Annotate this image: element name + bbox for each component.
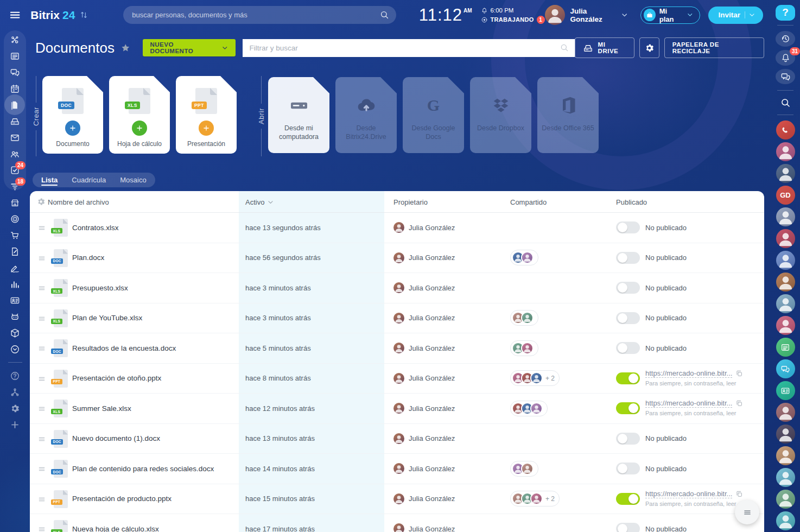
sidebar-item-market[interactable] (0, 194, 30, 211)
chat-avatar[interactable] (776, 316, 795, 335)
open-card[interactable]: Desde Office 365 (537, 77, 599, 153)
sidebar-item-add[interactable] (0, 416, 30, 433)
file-owner[interactable]: Julia González (393, 303, 455, 333)
file-name[interactable]: Contratos.xlsx (72, 213, 119, 243)
file-name[interactable]: Plan de YouTube.xlsx (72, 303, 142, 333)
table-row[interactable]: XLSPlan de YouTube.xlsxhace 3 minutos at… (30, 303, 764, 334)
chat-avatar[interactable] (776, 229, 795, 248)
sidebar-item-feed[interactable] (0, 48, 30, 64)
chat-avatar[interactable] (776, 251, 795, 270)
drag-handle-icon[interactable] (37, 465, 46, 473)
notifications-button[interactable]: 31 (776, 50, 795, 66)
help-button[interactable]: ? (776, 5, 795, 21)
sidebar-item-e-sign[interactable] (0, 259, 30, 276)
chat-avatar[interactable] (776, 381, 795, 400)
global-search-input[interactable] (123, 6, 396, 24)
file-owner[interactable]: Julia González (393, 484, 455, 514)
sidebar-item-contact-center[interactable] (0, 292, 30, 308)
sidebar-item-store[interactable] (0, 227, 30, 243)
drag-handle-icon[interactable] (37, 344, 46, 353)
sidebar-item-knowledge[interactable] (0, 325, 30, 341)
file-owner[interactable]: Julia González (393, 424, 455, 454)
drag-handle-icon[interactable] (37, 435, 46, 444)
chat-avatar[interactable] (776, 403, 795, 422)
publish-toggle[interactable] (616, 433, 640, 445)
open-card[interactable]: Desde Dropbox (470, 77, 531, 153)
open-card[interactable]: Desde mi computadora (268, 77, 329, 153)
column-header[interactable]: Activo (245, 191, 274, 213)
create-card-xls[interactable]: XLSHoja de cálculo (109, 76, 170, 154)
bitrix24-logo[interactable]: Bitrix 24 (30, 9, 88, 22)
drag-handle-icon[interactable] (37, 525, 46, 532)
publish-toggle[interactable] (616, 221, 640, 233)
drag-handle-icon[interactable] (37, 375, 46, 383)
file-name[interactable]: Presentación de producto.pptx (72, 484, 172, 514)
file-owner[interactable]: Julia González (393, 454, 455, 484)
sidebar-item-messenger[interactable] (0, 64, 30, 80)
tab-mosaico[interactable]: Mosaico (120, 173, 146, 187)
sidebar-item-sign[interactable] (0, 243, 30, 259)
publish-toggle[interactable] (616, 463, 640, 474)
drag-handle-icon[interactable] (37, 404, 46, 413)
shared-users-pill[interactable] (510, 310, 538, 326)
chat-avatar[interactable] (776, 121, 795, 140)
sidebar-item-teams[interactable] (0, 145, 30, 162)
chat-avatar[interactable] (776, 294, 795, 313)
table-row[interactable]: XLSNueva hoja de cálculo.xlsxhace 17 min… (30, 514, 764, 532)
drag-handle-icon[interactable] (37, 284, 46, 293)
sidebar-item-settings[interactable] (0, 400, 30, 416)
published-link[interactable]: https://mercado-online.bitr... (645, 490, 732, 498)
file-name[interactable]: Presupuesto.xlsx (72, 273, 128, 303)
sidebar-item-ai[interactable] (0, 308, 30, 325)
file-name[interactable]: Nueva hoja de cálculo.xlsx (72, 514, 159, 532)
publish-toggle[interactable] (616, 252, 640, 264)
chat-avatar[interactable] (776, 468, 795, 487)
table-row[interactable]: PPTPresentación de otoño.pptxhace 8 minu… (30, 364, 764, 394)
shared-users-pill[interactable]: + 2 (510, 370, 560, 386)
new-document-button[interactable]: NUEVO DOCUMENTO (143, 39, 235, 56)
hamburger-menu-icon[interactable] (9, 9, 21, 22)
table-row[interactable]: DOCPlan.docxhace 56 segundos atrásJulia … (30, 243, 764, 274)
chat-avatar[interactable] (776, 142, 795, 161)
drag-handle-icon[interactable] (37, 314, 46, 323)
sidebar-item-documents[interactable] (0, 97, 30, 113)
publish-toggle[interactable] (616, 342, 640, 354)
file-owner[interactable]: Julia González (393, 364, 455, 394)
file-name[interactable]: Resultados de la encuesta.docx (72, 333, 176, 363)
sidebar-item-mail[interactable] (0, 129, 30, 145)
filter-search-input[interactable] (243, 39, 575, 57)
open-card[interactable]: GDesde Google Docs (403, 77, 464, 153)
search-icon[interactable] (379, 10, 390, 20)
publish-toggle[interactable] (616, 402, 640, 414)
search-button[interactable] (776, 96, 795, 109)
shared-users-pill[interactable] (510, 461, 538, 477)
published-link[interactable]: https://mercado-online.bitr... (645, 369, 732, 378)
file-owner[interactable]: Julia González (393, 243, 455, 273)
open-card[interactable]: Desde Bitrix24.Drive (335, 77, 397, 153)
publish-toggle[interactable] (616, 282, 640, 294)
publish-toggle[interactable] (616, 493, 640, 505)
tab-lista[interactable]: Lista (41, 173, 58, 187)
tab-cuadrícula[interactable]: Cuadrícula (72, 173, 106, 187)
shared-users-pill[interactable] (510, 250, 538, 265)
file-name[interactable]: Plan de contenido para redes sociales.do… (72, 454, 214, 484)
table-row[interactable]: XLSSummer Sale.xlsxhace 12 minutos atrás… (30, 394, 764, 424)
publish-toggle[interactable] (616, 372, 640, 384)
chat-avatar[interactable] (776, 207, 795, 226)
file-name[interactable]: Plan.docx (72, 243, 104, 273)
column-header[interactable]: Nombre del archivo (48, 191, 109, 213)
user-menu[interactable]: Julia González (545, 5, 628, 25)
drag-handle-icon[interactable] (37, 224, 46, 232)
copy-icon[interactable] (735, 400, 743, 407)
favorite-star-icon[interactable] (120, 43, 131, 53)
copy-icon[interactable] (735, 490, 743, 498)
chat-avatar[interactable] (776, 164, 795, 183)
chat-avatar[interactable] (776, 490, 795, 509)
copy-icon[interactable] (735, 370, 743, 377)
recycle-bin-button[interactable]: PAPELERA DE RECICLAJE (664, 37, 764, 58)
search-icon[interactable] (560, 43, 569, 53)
file-owner[interactable]: Julia González (393, 213, 455, 243)
publish-toggle[interactable] (616, 312, 640, 324)
sidebar-item-tasks[interactable]: 24 (0, 162, 30, 178)
column-header[interactable]: Publicado (616, 191, 647, 213)
